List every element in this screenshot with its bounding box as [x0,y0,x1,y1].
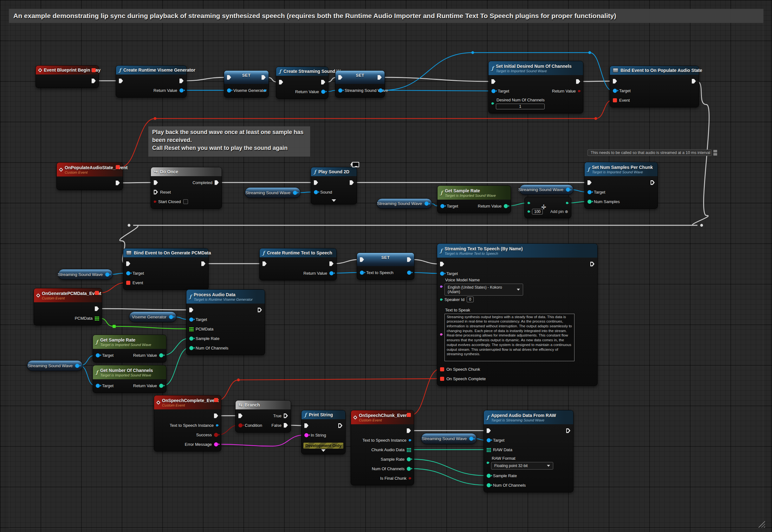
in-string-pin-icon[interactable] [304,433,308,437]
delegate-pin-icon[interactable] [92,68,96,72]
node-branch[interactable]: ⇆BranchTrueConditionFalse [235,400,291,433]
text-to-speech-pin-icon[interactable] [360,271,364,275]
out-pin-icon[interactable] [105,272,109,277]
streaming-tts-text-textarea[interactable]: Streaming synthesis output begins with a… [445,314,575,361]
node-pill-f[interactable]: Streaming Sound Wave [421,433,477,444]
in-pin-icon[interactable] [154,180,158,185]
node-pill-b[interactable]: Streaming Sound Wave [376,198,432,209]
node-on-speech-chunk[interactable]: OnSpeechChunk_EventCustom EventText to S… [350,410,414,485]
blueprint-graph-canvas[interactable]: An example demonstrating lip sync during… [0,0,772,532]
pcmdata-pin-icon[interactable] [189,327,193,331]
num-samples-pin-icon[interactable] [588,200,592,204]
text-to-speech-instance-pin-icon[interactable] [409,439,411,441]
true-pin-icon[interactable] [284,413,288,418]
node-comment-play[interactable]: Play back the sound wave once at least o… [148,126,310,157]
expand-pins-chevron-icon[interactable] [321,449,325,452]
voice-model-name-pin-icon[interactable] [440,285,442,288]
out-pin-icon[interactable] [338,423,342,428]
expand-pins-chevron-icon[interactable] [331,199,336,202]
condition-pin-icon[interactable] [238,423,242,427]
out-pin-icon[interactable] [169,315,173,319]
node-gsr1[interactable]: ƒGet Sample RateTarget is Imported Sound… [437,185,511,213]
node-begin-play[interactable]: Event Blueprint Begin Play [35,65,99,88]
reset-pin-icon[interactable] [154,190,158,195]
node-play-sound-2d[interactable]: ƒPlay Sound 2DSound [311,167,357,204]
target-pin-icon[interactable] [440,272,444,276]
error-message-pin-icon[interactable] [214,442,218,446]
streaming-tts-voice-dropdown[interactable]: English (United States) - Kokoro (Adam) [445,284,523,296]
target-pin-icon[interactable] [588,190,592,194]
out-pin-icon[interactable] [329,261,333,266]
node-set-viseme[interactable]: SETViseme Generator [224,70,269,98]
event-pin-icon[interactable] [613,98,617,102]
node-viseme-pill[interactable]: Viseme Generator [129,311,177,322]
node-create-streaming[interactable]: ƒCreate Streaming Sound WaveReturn Value [276,67,328,99]
raw-format-pin-icon[interactable] [487,462,489,464]
node-print-string[interactable]: ƒPrint StringIn StringDevelopment Only [301,410,345,454]
delegate-pin-icon[interactable] [116,165,120,169]
out-pin-icon[interactable] [692,79,696,84]
node-set-tts[interactable]: SETText to Speech [357,253,415,280]
out-pin-icon[interactable] [651,180,655,185]
set-initial-channels-channels-box[interactable]: 1 [496,104,545,109]
in-pin-icon[interactable] [314,180,318,185]
sound-pin-icon[interactable] [314,190,318,194]
node-note-chunk[interactable]: This needs to be called so that audio is… [588,150,712,156]
streaming-sound-wave-pin-icon[interactable] [338,88,342,93]
return-value-pin-icon[interactable] [578,90,580,92]
sample-rate-pin-icon[interactable] [487,474,491,478]
return-value-pin-icon[interactable] [329,271,333,275]
out-pin-icon[interactable] [258,308,262,312]
raw-data-pin-icon[interactable] [487,448,491,452]
node-on-generate-pcm[interactable]: OnGeneratePCMData_EventCustom EventPCMDa… [34,288,102,325]
out-pin-icon[interactable] [75,364,79,368]
in-pin-icon[interactable] [279,80,283,85]
exec-pin-icon[interactable] [214,413,218,418]
node-set-streaming[interactable]: SETStreaming Sound Wave [335,70,385,98]
num-of-channels-pin-icon[interactable] [189,346,193,350]
return-value-pin-icon[interactable] [159,353,163,357]
append-raw-rawformat-dropdown[interactable]: Floating point 32-bit [491,462,553,470]
divide-b-box[interactable]: 100 [532,209,543,215]
node-set-num-samples[interactable]: ƒSet Num Samples Per ChunkTarget is Impo… [584,162,658,209]
in-pin-icon[interactable] [189,308,193,312]
out-pin-icon[interactable] [321,80,325,85]
target-pin-icon[interactable] [487,438,491,442]
in-pin-icon[interactable] [119,79,123,83]
in-pin-icon[interactable] [487,428,491,433]
valout-pin-icon[interactable] [407,271,411,275]
node-pill-d[interactable]: Streaming Sound Wave [58,269,113,280]
target-pin-icon[interactable] [96,384,100,388]
out-pin-icon[interactable] [425,202,429,206]
in-pin-icon[interactable] [304,423,308,428]
node-bind-pcmdata[interactable]: Bind Event to On Generate PCMDataTargetE… [123,248,209,290]
b-pin-icon[interactable] [528,210,530,213]
text-to-speech-instance-pin-icon[interactable] [216,424,218,426]
in-pin-icon[interactable] [238,413,242,418]
speaker-id-pin-icon[interactable] [440,298,442,301]
node-append-raw[interactable]: ƒAppend Audio Data From RAWTarget is Str… [484,410,574,492]
on-speech-complete-pin-icon[interactable] [440,377,444,381]
node-bind-populate[interactable]: Bind Event to On Populate Audio StateTar… [610,66,699,107]
out-pin-icon[interactable] [590,262,595,266]
exec-pin-icon[interactable] [95,306,99,311]
start-closed-pin-icon[interactable] [154,201,156,203]
valout-pin-icon[interactable] [264,89,266,92]
node-pill-a[interactable]: Streaming Sound Wave [245,187,300,198]
node-streaming-tts[interactable]: ƒStreaming Text To Speech (By Name)Targe… [437,243,598,386]
in-pin-icon[interactable] [613,79,617,84]
in-pin-icon[interactable] [262,261,267,266]
divide-addpin-label[interactable]: Add pin ⊕ [550,209,568,214]
target-pin-icon[interactable] [441,204,445,208]
in-pin-icon[interactable] [588,180,592,185]
out-pin-icon[interactable] [201,261,205,266]
in-pin-icon[interactable] [440,262,444,266]
out-pin-icon[interactable] [566,428,570,433]
out-pin-icon[interactable] [566,202,568,204]
on-speech-chunk-pin-icon[interactable] [440,367,444,371]
node-create-tts[interactable]: ƒCreate Runtime Text to SpeechReturn Val… [259,248,337,280]
target-pin-icon[interactable] [96,353,100,357]
streaming-tts-speaker-box[interactable]: 0 [467,297,474,302]
return-value-pin-icon[interactable] [179,88,183,93]
exec-pin-icon[interactable] [116,181,120,185]
